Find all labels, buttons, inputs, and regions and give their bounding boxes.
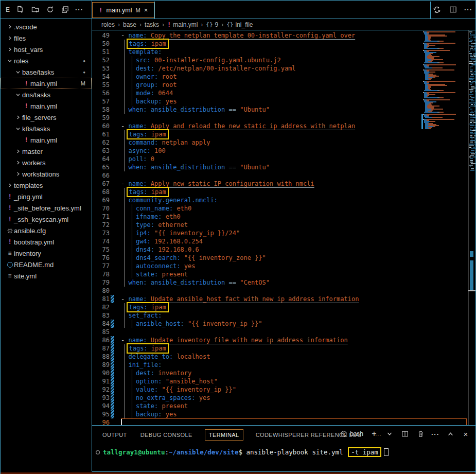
code-line-75[interactable]: 75 dns4: 192.168.0.6 bbox=[92, 245, 467, 254]
editor-more-icon[interactable]: ··· bbox=[464, 6, 472, 13]
code-line-69[interactable]: 69 community.general.nmcli: bbox=[92, 196, 467, 204]
breadcrumb-item-main-yml[interactable]: !main.yml bbox=[167, 21, 198, 28]
kill-terminal-icon[interactable] bbox=[416, 429, 425, 438]
code-line-71[interactable]: 71 ifname: eth0 bbox=[92, 213, 467, 221]
code-line-61[interactable]: 61 tags: ipam bbox=[92, 130, 467, 138]
split-terminal-icon[interactable] bbox=[400, 429, 410, 438]
sidebar-item-vscode[interactable]: .vscode bbox=[1, 21, 92, 32]
panel-tab-terminal[interactable]: TERMINAL bbox=[205, 429, 243, 441]
sidebar-item-ssh-keyscan-yml[interactable]: !_ssh_keyscan.yml bbox=[1, 214, 92, 225]
terminal-dropdown-icon[interactable] bbox=[385, 429, 394, 438]
code-line-79[interactable]: 79 when: ansible_distribution == "CentOS… bbox=[92, 278, 467, 287]
code-line-74[interactable]: 74 gw4: 192.168.0.254 bbox=[92, 237, 467, 245]
code-line-73[interactable]: 73 ip4: "{{ inventory_ip }}/24" bbox=[92, 229, 467, 237]
open-changes-icon[interactable] bbox=[432, 5, 442, 14]
code-line-88[interactable]: 88 delegate_to: localhost bbox=[92, 353, 467, 361]
code-line-58[interactable]: 58 when: ansible_distribution == "Ubuntu… bbox=[92, 106, 467, 114]
tab-close-icon[interactable]: × bbox=[144, 6, 148, 14]
code-line-91[interactable]: 91 option: "ansible_host" bbox=[92, 377, 467, 385]
code-line-77[interactable]: 77 autoconnect: yes bbox=[92, 262, 467, 270]
sidebar-item-site-yml[interactable]: ≡site.yml bbox=[1, 270, 92, 282]
code-line-83[interactable]: 83 set_fact: bbox=[92, 311, 467, 320]
sidebar-item-files[interactable]: files bbox=[1, 32, 92, 44]
terminal-command-line[interactable]: tallgray1@ubuntu:~/ansible/dev/site$ ans… bbox=[95, 447, 389, 457]
shell-selector[interactable]: bash bbox=[340, 430, 363, 437]
breadcrumb[interactable]: roles›base›tasks›!main.yml›{}9›{}ini_fil… bbox=[92, 19, 475, 30]
sidebar-item-main-yml[interactable]: !main.yml bbox=[1, 100, 92, 112]
breadcrumb-item-ini-file[interactable]: {}ini_file bbox=[226, 21, 253, 28]
code-line-95[interactable]: 95 backup: yes bbox=[92, 410, 467, 418]
code-line-66[interactable]: 66 bbox=[92, 171, 467, 180]
code-line-54[interactable]: 54 owner: root bbox=[92, 73, 467, 81]
sidebar-item-file-servers[interactable]: file_servers bbox=[1, 112, 92, 123]
code-line-85[interactable]: 85 bbox=[92, 328, 467, 336]
panel-more-icon[interactable]: ··· bbox=[431, 430, 439, 438]
close-panel-icon[interactable]: × bbox=[461, 429, 470, 438]
code-line-59[interactable]: 59 bbox=[92, 114, 467, 122]
breadcrumb-item-base[interactable]: base bbox=[123, 21, 136, 28]
code-line-96[interactable]: 96 bbox=[92, 418, 467, 425]
sidebar-item-templates[interactable]: templates bbox=[1, 180, 92, 191]
code-line-63[interactable]: 63 async: 100 bbox=[92, 147, 467, 155]
code-line-82[interactable]: 82 tags: ipam bbox=[92, 303, 467, 311]
code-line-78[interactable]: 78 state: present bbox=[92, 270, 467, 278]
collapse-folders-icon[interactable] bbox=[60, 5, 69, 14]
code-line-56[interactable]: 56 mode: 0644 bbox=[92, 89, 467, 97]
sidebar-item-ansible-cfg[interactable]: ansible.cfg bbox=[1, 225, 92, 236]
new-file-icon[interactable] bbox=[15, 5, 25, 14]
sidebar-item-workstations[interactable]: workstations bbox=[1, 168, 92, 180]
code-line-90[interactable]: 90 dest: inventory bbox=[92, 369, 467, 377]
code-line-62[interactable]: 62 command: netplan apply bbox=[92, 138, 467, 147]
code-line-93[interactable]: 93 no_extra_spaces: yes bbox=[92, 394, 467, 402]
sidebar-item-ping-yml[interactable]: !_ping.yml bbox=[1, 191, 92, 202]
tab-main-yml[interactable]: ! main.yml M × bbox=[92, 2, 154, 18]
sidebar-item-roles[interactable]: roles● bbox=[1, 55, 92, 66]
refresh-icon[interactable] bbox=[45, 5, 55, 14]
code-line-68[interactable]: 68 tags: ipam bbox=[92, 188, 467, 196]
sidebar-item-k8s-tasks[interactable]: k8s/tasks bbox=[1, 123, 92, 134]
sidebar-item-workers[interactable]: workers bbox=[1, 157, 92, 168]
minimap[interactable] bbox=[423, 31, 461, 134]
code-line-52[interactable]: 52 src: 00-installer-config.yaml.ubuntu.… bbox=[92, 56, 467, 64]
code-line-51[interactable]: 51 template: bbox=[92, 48, 467, 56]
breadcrumb-item-tasks[interactable]: tasks bbox=[145, 21, 159, 28]
code-line-57[interactable]: 57 backup: yes bbox=[92, 97, 467, 106]
code-line-50[interactable]: 50 tags: ipam bbox=[92, 40, 467, 48]
code-line-72[interactable]: 72 type: ethernet bbox=[92, 221, 467, 229]
indent-guide bbox=[125, 361, 125, 369]
code-line-65[interactable]: 65 when: ansible_distribution == "Ubuntu… bbox=[92, 163, 467, 171]
code-line-87[interactable]: 87 tags: ipam bbox=[92, 344, 467, 353]
code-line-89[interactable]: 89 ini_file: bbox=[92, 361, 467, 369]
code-editor[interactable]: 49- name: Copy the netplan template 00-i… bbox=[92, 30, 475, 425]
panel-tab-output[interactable]: OUTPUT bbox=[101, 429, 128, 441]
code-line-64[interactable]: 64 poll: 0 bbox=[92, 155, 467, 163]
code-line-80[interactable]: 80 bbox=[92, 287, 467, 295]
sidebar-item-main-yml[interactable]: !main.yml bbox=[1, 134, 92, 146]
maximize-panel-icon[interactable] bbox=[446, 429, 455, 438]
sidebar-item-host-vars[interactable]: host_vars bbox=[1, 44, 92, 55]
sidebar-item-readme-md[interactable]: README.md bbox=[1, 259, 92, 270]
scrollbar-thumb[interactable] bbox=[470, 260, 473, 290]
sidebar-item-main-yml[interactable]: !main.ymlM bbox=[1, 78, 92, 89]
new-terminal-icon[interactable]: + bbox=[369, 429, 379, 438]
sidebar-item-base-tasks[interactable]: base/tasks● bbox=[1, 66, 92, 78]
sidebar-item-site-before-roles-yml[interactable]: !_site_before_roles.yml bbox=[1, 202, 92, 214]
explorer-more-icon[interactable]: ··· bbox=[75, 6, 83, 13]
split-editor-icon[interactable] bbox=[448, 5, 457, 14]
sidebar-item-inventory[interactable]: ≡inventory bbox=[1, 248, 92, 259]
code-line-55[interactable]: 55 group: root bbox=[92, 81, 467, 89]
sidebar-item-master[interactable]: master bbox=[1, 146, 92, 157]
breadcrumb-item-roles[interactable]: roles bbox=[101, 21, 115, 28]
code-line-94[interactable]: 94 state: present bbox=[92, 402, 467, 410]
code-line-84[interactable]: 84 ansible_host: "{{ inventory_ip }}" bbox=[92, 320, 467, 328]
code-line-53[interactable]: 53 dest: /etc/netplan/00-installer-confi… bbox=[92, 64, 467, 73]
new-folder-icon[interactable] bbox=[30, 5, 40, 14]
sidebar-item-dns-tasks[interactable]: dns/tasks bbox=[1, 89, 92, 100]
panel-tab-debug-console[interactable]: DEBUG CONSOLE bbox=[139, 429, 193, 441]
sidebar-item-bootstrap-yml[interactable]: !bootstrap.yml bbox=[1, 236, 92, 248]
code-area[interactable]: 49- name: Copy the netplan template 00-i… bbox=[92, 31, 467, 425]
code-line-92[interactable]: 92 value: "{{ inventory_ip }}" bbox=[92, 385, 467, 394]
code-line-76[interactable]: 76 dns4_search: "{{ inventory_zone }}" bbox=[92, 254, 467, 262]
breadcrumb-item-9[interactable]: {}9 bbox=[206, 21, 218, 28]
code-line-70[interactable]: 70 conn_name: eth0 bbox=[92, 204, 467, 213]
